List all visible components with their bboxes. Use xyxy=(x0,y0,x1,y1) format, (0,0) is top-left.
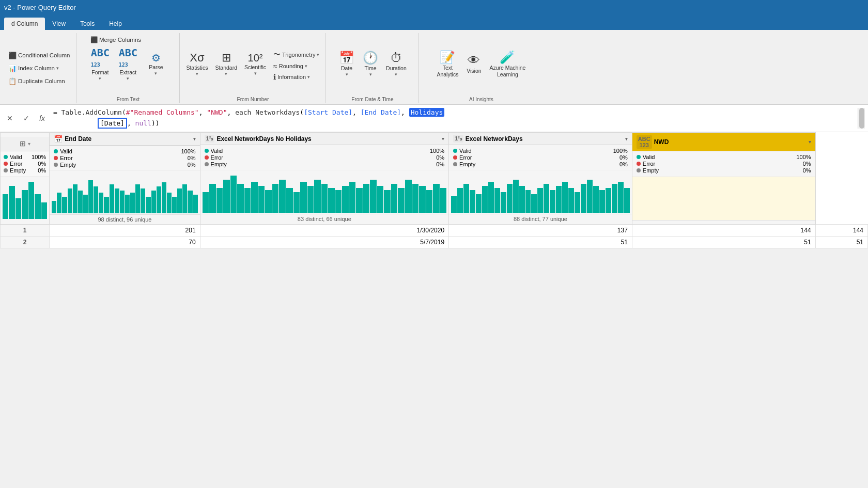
col-header-excel-nwd: 1²₃ Excel NetworkDays ▾ Valid100% Error0… xyxy=(449,132,632,224)
ribbon-tabs: d Column View Tools Help xyxy=(0,14,868,30)
tab-add-column[interactable]: d Column xyxy=(4,18,45,30)
confirm-button[interactable]: ✓ xyxy=(20,112,33,125)
row2-end-date: 5/7/2019 xyxy=(200,236,448,248)
row-num-2: 2 xyxy=(1,236,50,248)
excel-nwd-header-title[interactable]: 1²₃ Excel NetworkDays ▾ xyxy=(449,133,632,145)
time-button[interactable]: 🕐 Time ▾ xyxy=(359,50,382,78)
rounding-button[interactable]: ≈ Rounding ▾ xyxy=(270,61,322,71)
data-grid: ⊞ ▾ Valid100% Error0% Empty0% xyxy=(0,132,868,248)
row1-excel-nwd: 144 xyxy=(632,224,815,236)
ai-insights-label: AI Insights xyxy=(469,96,493,103)
merge-columns-button[interactable]: ⬛ Merge Columns xyxy=(87,35,169,44)
conditional-column-button[interactable]: ⬛ Conditional Column xyxy=(5,50,73,61)
text-analytics-button[interactable]: 📝 TextAnalytics xyxy=(433,50,461,79)
duplicate-column-button[interactable]: 📋 Duplicate Column xyxy=(5,75,73,87)
row1-end-date: 1/30/2020 xyxy=(200,224,448,236)
cancel-button[interactable]: ✕ xyxy=(3,112,17,125)
excel-nwd-no-holidays-footer: 83 distinct, 66 unique xyxy=(200,214,448,224)
row2-excel-nwd-no-holidays: 51 xyxy=(449,236,632,248)
col-header-nwd: ABC123 NWD ▾ Valid100% Error0% Empty0% xyxy=(632,132,815,224)
nwd-footer xyxy=(632,220,815,224)
format-button[interactable]: ABC123 Format ▾ xyxy=(87,46,113,83)
end-date-footer: 98 distinct, 96 unique xyxy=(50,214,199,224)
parse-button[interactable]: ⚙ Parse ▾ xyxy=(143,51,169,77)
tab-view[interactable]: View xyxy=(45,18,73,30)
ribbon: ⬛ Conditional Column 📊 Index Column ▾ 📋 … xyxy=(0,30,868,105)
table-row: 1 201 1/30/2020 137 144 144 xyxy=(1,224,868,236)
row-num-1: 1 xyxy=(1,224,50,236)
information-button[interactable]: ℹ Information ▾ xyxy=(270,72,322,82)
formula-input[interactable]: = Table.AddColumn(#"Renamed Columns", "N… xyxy=(51,106,855,130)
row2-index: 70 xyxy=(50,236,200,248)
ai-insights-group: 📝 TextAnalytics 👁 Vision 🧪 Azure Machine… xyxy=(419,33,543,103)
end-date-header-title[interactable]: 📅 End Date ▾ xyxy=(50,133,199,146)
col-header-end-date: 📅 End Date ▾ Valid100% Error0% Empty0% xyxy=(50,132,200,224)
general-group: ⬛ Conditional Column 📊 Index Column ▾ 📋 … xyxy=(2,33,76,103)
row1-excel-nwd-no-holidays: 137 xyxy=(449,224,632,236)
from-datetime-group: 📅 Date ▾ 🕐 Time ▾ ⏱ Duration ▾ From Date… xyxy=(326,33,419,103)
standard-button[interactable]: ⊞ Standard ▾ xyxy=(212,51,240,78)
azure-ml-button[interactable]: 🧪 Azure MachineLearning xyxy=(486,50,529,79)
from-text-group: ⬛ Merge Columns ABC123 Format ▾ ABC123 E… xyxy=(76,33,180,103)
formula-bar: ✕ ✓ fx = Table.AddColumn(#"Renamed Colum… xyxy=(0,105,868,132)
fx-label: fx xyxy=(36,113,48,123)
trigonometry-button[interactable]: 〜 Trigonometry ▾ xyxy=(270,49,322,60)
formula-scrollbar[interactable] xyxy=(858,108,865,129)
row2-nwd: 51 xyxy=(815,236,867,248)
from-text-label: From Text xyxy=(117,96,140,103)
duration-button[interactable]: ⏱ Duration ▾ xyxy=(383,50,410,78)
title-bar: v2 - Power Query Editor xyxy=(0,0,868,14)
row2-excel-nwd: 51 xyxy=(632,236,815,248)
row1-index: 201 xyxy=(50,224,200,236)
nwd-header-title[interactable]: ABC123 NWD ▾ xyxy=(632,133,815,151)
from-datetime-label: From Date & Time xyxy=(351,96,393,103)
tab-tools[interactable]: Tools xyxy=(73,18,102,30)
scientific-button[interactable]: 10² Scientific ▾ xyxy=(241,51,269,77)
row1-nwd: 144 xyxy=(815,224,867,236)
table-row: 2 70 5/7/2019 51 51 51 xyxy=(1,236,868,248)
col-header-excel-nwd-no-holidays: 1²₃ Excel NetworkDays No Holidays ▾ Vali… xyxy=(200,132,448,224)
excel-nwd-no-holidays-header-title[interactable]: 1²₃ Excel NetworkDays No Holidays ▾ xyxy=(200,133,448,145)
date-button[interactable]: 📅 Date ▾ xyxy=(335,50,358,78)
from-number-label: From Number xyxy=(237,96,269,103)
extract-button[interactable]: ABC123 Extract ▾ xyxy=(115,46,141,83)
from-number-group: Xσ Statistics ▾ ⊞ Standard ▾ 10² Scienti… xyxy=(180,33,326,103)
data-grid-wrapper[interactable]: ⊞ ▾ Valid100% Error0% Empty0% xyxy=(0,132,868,248)
title-text: v2 - Power Query Editor xyxy=(4,4,76,11)
excel-nwd-footer: 88 distinct, 77 unique xyxy=(449,214,632,224)
index-column-button[interactable]: 📊 Index Column ▾ xyxy=(5,62,73,74)
tab-help[interactable]: Help xyxy=(102,18,129,30)
statistics-button[interactable]: Xσ Statistics ▾ xyxy=(183,51,211,78)
col-header-index: ⊞ ▾ Valid100% Error0% Empty0% xyxy=(1,132,50,224)
vision-button[interactable]: 👁 Vision xyxy=(462,53,485,76)
